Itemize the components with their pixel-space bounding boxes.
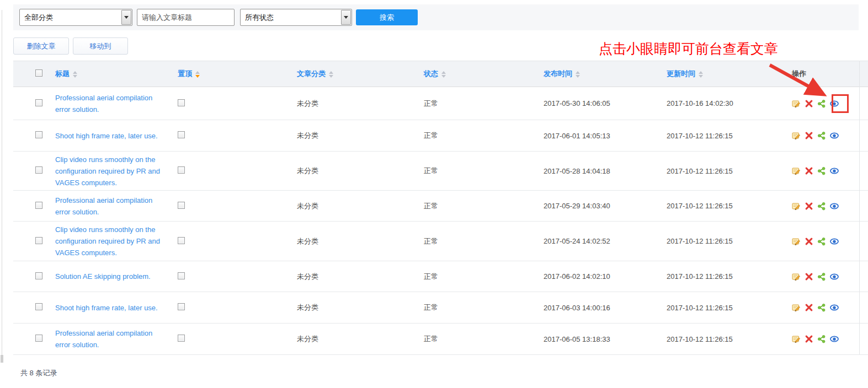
select-dropdown-button[interactable] (121, 10, 131, 25)
record-count-text: 共 8 条记录 (20, 368, 57, 378)
view-eye-icon[interactable] (830, 202, 839, 211)
search-button[interactable]: 搜索 (356, 9, 418, 25)
view-eye-icon[interactable] (830, 99, 839, 108)
row-actions (792, 303, 868, 312)
share-icon[interactable] (817, 99, 826, 108)
row-actions (792, 202, 868, 211)
row-actions (792, 166, 868, 175)
sort-arrows-icon[interactable] (73, 71, 77, 78)
article-manager-page: 全部分类 所有状态 搜索 删除文章 移动到 标题置顶文章分类状态发布时间更新时间… (0, 0, 868, 388)
pin-checkbox[interactable] (178, 99, 185, 106)
pin-checkbox[interactable] (178, 237, 185, 244)
sort-arrows-icon[interactable] (576, 71, 580, 78)
update-time-cell: 2017-10-12 11:26:15 (667, 132, 733, 140)
view-eye-icon[interactable] (830, 131, 839, 140)
delete-icon[interactable] (805, 99, 813, 108)
edit-icon[interactable] (792, 237, 801, 246)
view-eye-icon[interactable] (830, 272, 839, 281)
column-header-title[interactable]: 标题 (55, 61, 178, 87)
article-title-link[interactable]: Solution AE skipping problem. (55, 271, 151, 282)
table-row: Shoot high frame rate, later use. 未分类 正常… (13, 120, 868, 152)
row-select-checkbox[interactable] (35, 202, 42, 209)
share-icon[interactable] (817, 303, 826, 312)
share-icon[interactable] (817, 131, 826, 140)
edit-icon[interactable] (792, 166, 801, 175)
delete-icon[interactable] (805, 335, 813, 343)
publish-time-cell: 2017-06-01 14:05:13 (544, 132, 610, 140)
pin-checkbox[interactable] (178, 131, 185, 138)
update-time-cell: 2017-10-12 11:26:15 (667, 304, 733, 312)
status-select[interactable]: 所有状态 (240, 9, 352, 26)
delete-icon[interactable] (805, 303, 813, 312)
edit-icon[interactable] (792, 202, 801, 211)
delete-icon[interactable] (805, 131, 813, 140)
status-cell: 正常 (424, 202, 438, 210)
delete-articles-button[interactable]: 删除文章 (13, 37, 69, 55)
share-icon[interactable] (817, 272, 826, 281)
pin-checkbox[interactable] (178, 202, 185, 209)
article-title-link[interactable]: Clip video runs smoothly on the configur… (55, 224, 166, 258)
column-header-label: 文章分类 (297, 69, 326, 78)
view-eye-icon[interactable] (830, 303, 839, 312)
category-cell: 未分类 (297, 99, 318, 107)
category-cell: 未分类 (297, 272, 318, 281)
status-cell: 正常 (424, 272, 438, 281)
delete-icon[interactable] (805, 272, 813, 281)
share-icon[interactable] (817, 202, 826, 211)
edit-icon[interactable] (792, 272, 801, 281)
edit-icon[interactable] (792, 303, 801, 312)
pin-checkbox[interactable] (178, 272, 185, 279)
row-select-checkbox[interactable] (35, 166, 42, 174)
column-header-update-time[interactable]: 更新时间 (667, 61, 792, 87)
update-time-cell: 2017-10-12 11:26:15 (667, 237, 733, 245)
share-icon[interactable] (817, 237, 826, 246)
sort-arrows-icon[interactable] (441, 71, 446, 78)
table-row: Clip video runs smoothly on the configur… (13, 222, 868, 261)
edit-icon[interactable] (792, 131, 801, 140)
delete-icon[interactable] (805, 166, 813, 175)
status-cell: 正常 (424, 99, 438, 107)
article-title-link[interactable]: Shoot high frame rate, later use. (55, 130, 158, 142)
column-header-pin[interactable]: 置顶 (178, 61, 297, 87)
status-cell: 正常 (424, 303, 438, 311)
column-header-status[interactable]: 状态 (424, 61, 544, 87)
pin-checkbox[interactable] (178, 166, 185, 174)
move-to-button[interactable]: 移动到 (73, 37, 128, 55)
sidebar-edge-nub (1, 355, 3, 363)
publish-time-cell: 2017-06-03 14:00:16 (544, 304, 610, 312)
article-title-link[interactable]: Clip video runs smoothly on the configur… (55, 154, 166, 188)
delete-icon[interactable] (805, 202, 813, 211)
row-select-checkbox[interactable] (35, 303, 42, 310)
view-eye-icon[interactable] (830, 237, 839, 246)
row-select-checkbox[interactable] (35, 99, 42, 106)
article-title-link[interactable]: Professional aerial compilation error so… (55, 195, 166, 218)
sort-arrows-icon[interactable] (699, 71, 703, 78)
row-select-checkbox[interactable] (35, 237, 42, 244)
view-eye-icon[interactable] (830, 335, 839, 343)
share-icon[interactable] (817, 166, 826, 175)
column-header-publish-time[interactable]: 发布时间 (544, 61, 667, 87)
select-dropdown-button[interactable] (341, 10, 351, 25)
row-select-checkbox[interactable] (35, 272, 42, 279)
row-select-checkbox[interactable] (35, 131, 42, 138)
table-row: Solution AE skipping problem. 未分类 正常 201… (13, 261, 868, 292)
edit-icon[interactable] (792, 335, 801, 343)
article-title-search-input[interactable] (137, 9, 235, 26)
pin-checkbox[interactable] (178, 303, 185, 310)
edit-icon[interactable] (792, 99, 801, 108)
sort-arrows-icon[interactable] (329, 71, 333, 78)
article-title-link[interactable]: Professional aerial compilation error so… (55, 92, 166, 115)
column-header-category[interactable]: 文章分类 (297, 61, 424, 87)
share-icon[interactable] (817, 335, 826, 343)
delete-icon[interactable] (805, 237, 813, 246)
sort-arrows-icon[interactable] (195, 71, 200, 78)
column-header-label: 置顶 (178, 69, 192, 78)
article-title-link[interactable]: Professional aerial compilation error so… (55, 327, 166, 351)
category-select[interactable]: 全部分类 (19, 9, 132, 26)
table-row: Professional aerial compilation error so… (13, 191, 868, 222)
view-eye-icon[interactable] (830, 166, 839, 175)
row-select-checkbox[interactable] (35, 335, 42, 342)
select-all-checkbox[interactable] (35, 69, 42, 77)
pin-checkbox[interactable] (178, 335, 185, 342)
article-title-link[interactable]: Shoot high frame rate, later use. (55, 302, 158, 314)
